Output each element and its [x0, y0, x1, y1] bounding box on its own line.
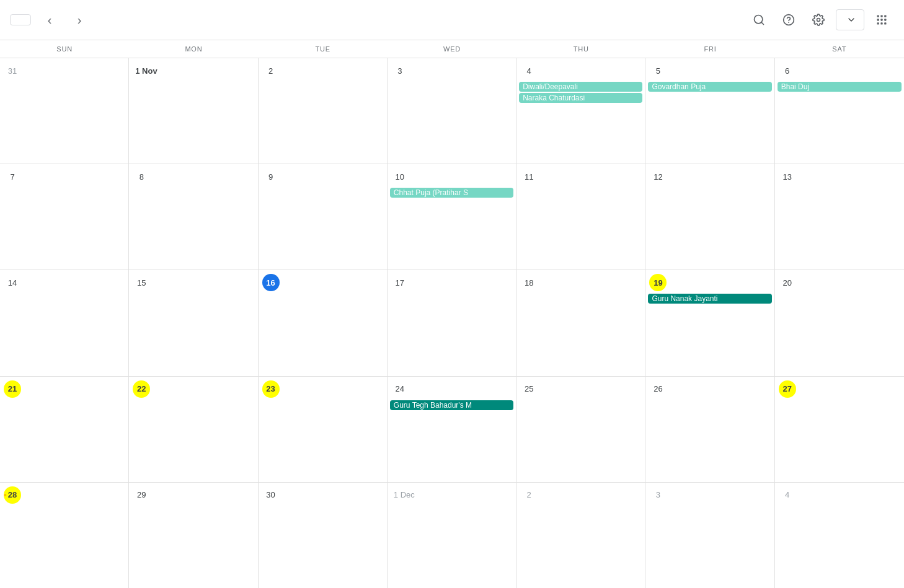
day-cell[interactable]: 5Govardhan Puja [645, 58, 774, 164]
day-number-wrap: 19 [648, 273, 771, 292]
day-cell[interactable]: 3 [388, 58, 516, 164]
search-icon [753, 14, 765, 26]
apps-button[interactable] [869, 7, 894, 32]
day-number-wrap: 4 [778, 485, 902, 505]
day-header-mon: MON [129, 40, 258, 58]
day-number-wrap: 30 [261, 485, 384, 505]
day-cell[interactable]: 4Diwali/DeepavaliNaraka Chaturdasi [516, 58, 645, 164]
day-cell[interactable]: 30 [259, 483, 388, 588]
day-number: 23 [262, 380, 280, 398]
day-cell[interactable]: 9 [259, 164, 388, 270]
day-number: 7 [4, 168, 21, 185]
day-header-thu: THU [516, 40, 645, 58]
day-number-wrap: 20 [778, 273, 902, 292]
day-cell[interactable]: 2 [516, 483, 645, 588]
grid-icon [875, 14, 888, 26]
day-number: 10 [391, 168, 409, 185]
next-button[interactable]: › [68, 9, 91, 31]
day-number-wrap: 14 [2, 273, 126, 292]
weeks: 311 Nov234Diwali/DeepavaliNaraka Chaturd… [0, 58, 904, 588]
day-cell[interactable]: 4 [775, 483, 904, 588]
day-number: 3 [649, 486, 667, 504]
day-cell[interactable]: 20 [775, 270, 904, 375]
day-number: 19 [649, 274, 667, 291]
calendar-event[interactable]: Diwali/Deepavali [519, 82, 642, 92]
day-number-wrap: 27 [778, 379, 902, 399]
week-row-4: •2829301 Dec234 [0, 483, 904, 588]
day-header-wed: WED [388, 40, 516, 58]
svg-rect-13 [884, 22, 886, 24]
day-number: 26 [649, 380, 667, 398]
day-cell[interactable]: 16 [259, 270, 388, 375]
day-cell[interactable]: 15 [129, 270, 258, 375]
day-number-wrap: 25 [519, 379, 642, 399]
day-number: 20 [779, 274, 796, 291]
day-header-sun: SUN [0, 40, 129, 58]
day-cell[interactable]: 25 [516, 377, 645, 482]
day-cell[interactable]: 13 [775, 164, 904, 270]
day-cell[interactable]: 23 [259, 377, 388, 482]
day-cell[interactable]: 11 [516, 164, 645, 270]
day-number-wrap: 17 [390, 273, 513, 292]
day-cell[interactable]: 19Guru Nanak Jayanti [645, 270, 774, 375]
day-number-wrap: 18 [519, 273, 642, 292]
day-cell[interactable]: 22 [129, 377, 258, 482]
day-number: 29 [133, 486, 150, 504]
day-cell[interactable]: 27 [775, 377, 904, 482]
settings-button[interactable] [806, 7, 831, 32]
calendar-event[interactable]: Guru Nanak Jayanti [648, 294, 771, 304]
day-header-fri: FRI [645, 40, 774, 58]
day-number-wrap: 16 [261, 273, 384, 292]
day-number: 2 [262, 62, 280, 79]
day-number-wrap: 6 [778, 61, 902, 81]
day-cell[interactable]: 10Chhat Puja (Pratihar S [388, 164, 516, 270]
day-cell[interactable]: 1 Dec [388, 483, 516, 588]
day-cell[interactable]: 1 Nov [129, 58, 258, 164]
day-number-wrap: 10 [390, 167, 513, 186]
gear-icon [812, 14, 825, 26]
day-number-wrap: 5 [648, 61, 771, 81]
day-cell[interactable]: 3 [645, 483, 774, 588]
today-button[interactable] [10, 14, 31, 25]
prev-button[interactable]: ‹ [38, 9, 61, 31]
day-number-wrap: 8 [131, 167, 255, 186]
day-number: 24 [391, 380, 409, 398]
svg-rect-8 [877, 19, 879, 20]
svg-rect-6 [880, 15, 882, 17]
day-cell[interactable]: 6Bhai Duj [775, 58, 904, 164]
view-selector[interactable] [836, 9, 864, 30]
help-icon [782, 14, 795, 26]
calendar-header: ‹ › [0, 0, 904, 40]
day-number-wrap: 4 [519, 61, 642, 81]
day-cell[interactable]: 31 [0, 58, 129, 164]
day-number: 18 [520, 274, 538, 291]
day-number-wrap: 3 [390, 61, 513, 81]
calendar-event[interactable]: Govardhan Puja [648, 82, 771, 92]
day-cell[interactable]: 17 [388, 270, 516, 375]
day-cell[interactable]: 7 [0, 164, 129, 270]
search-button[interactable] [747, 7, 771, 32]
day-cell[interactable]: 24Guru Tegh Bahadur's M [388, 377, 516, 482]
day-cell[interactable]: 29 [129, 483, 258, 588]
day-number-wrap: 11 [519, 167, 642, 186]
day-cell[interactable]: 18 [516, 270, 645, 375]
week-row-0: 311 Nov234Diwali/DeepavaliNaraka Chaturd… [0, 58, 904, 164]
day-cell[interactable]: 12 [645, 164, 774, 270]
day-number-wrap: 3 [648, 485, 771, 505]
day-number: 4 [779, 486, 796, 504]
calendar-event[interactable]: Chhat Puja (Pratihar S [390, 188, 513, 198]
day-cell[interactable]: 2 [259, 58, 388, 164]
day-cell[interactable]: 14 [0, 270, 129, 375]
day-cell[interactable]: •28 [0, 483, 129, 588]
day-header-tue: TUE [259, 40, 388, 58]
day-cell[interactable]: 21 [0, 377, 129, 482]
calendar-event[interactable]: Bhai Duj [778, 82, 902, 92]
day-number-wrap: 22 [131, 379, 255, 399]
day-number-wrap: •28 [2, 485, 126, 505]
calendar-event[interactable]: Naraka Chaturdasi [519, 93, 642, 103]
help-button[interactable] [776, 7, 801, 32]
day-cell[interactable]: 8 [129, 164, 258, 270]
day-number-wrap: 7 [2, 167, 126, 186]
calendar-event[interactable]: Guru Tegh Bahadur's M [390, 400, 513, 410]
day-cell[interactable]: 26 [645, 377, 774, 482]
